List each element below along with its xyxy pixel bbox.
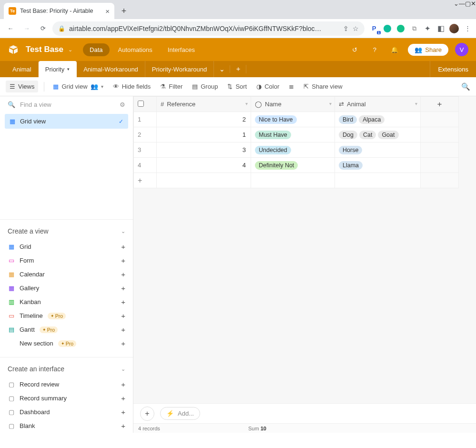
column-reference[interactable]: #Reference▾	[157, 97, 251, 112]
create-interface-record-summary[interactable]: ▢Record summary+	[0, 391, 133, 405]
row-height-button[interactable]: ≣	[286, 81, 297, 92]
cell-reference[interactable]: 2	[157, 112, 251, 127]
plus-icon[interactable]: +	[121, 408, 125, 416]
table-menu-caret-icon[interactable]: ⌄	[214, 65, 230, 73]
create-interface-blank[interactable]: ▢Blank+	[0, 419, 133, 433]
create-view-kanban[interactable]: ▥Kanban+	[0, 295, 133, 309]
add-table-button[interactable]: ＋	[230, 65, 246, 73]
create-view-gallery[interactable]: ▦Gallery+	[0, 281, 133, 295]
select-all-checkbox[interactable]	[138, 101, 144, 107]
animal-pill[interactable]: Goat	[378, 131, 398, 139]
plus-icon[interactable]: +	[121, 326, 125, 334]
address-bar[interactable]: 🔒 airtable.com/appEVlXeIFtefgni2/tblQ0Nh…	[52, 21, 365, 36]
notifications-icon[interactable]: 🔔	[388, 43, 401, 56]
plus-icon[interactable]: +	[121, 270, 125, 278]
cell-animal[interactable]: Horse	[335, 143, 421, 158]
cell-name[interactable]: Must Have	[251, 127, 335, 143]
base-menu-caret-icon[interactable]: ⌄	[68, 47, 72, 53]
chevron-down-icon[interactable]: ▾	[67, 67, 70, 71]
history-icon[interactable]: ↺	[348, 43, 361, 56]
window-close-icon[interactable]: ✕	[471, 0, 476, 7]
new-section-row[interactable]: New section Pro +	[0, 336, 133, 350]
cell-name[interactable]: Definitely Not	[251, 158, 335, 173]
create-view-section[interactable]: Create a view⌄	[0, 223, 133, 240]
extension-box-icon[interactable]: ⧉	[409, 24, 419, 33]
nav-data[interactable]: Data	[83, 43, 109, 56]
help-icon[interactable]: ?	[368, 43, 381, 56]
cell-reference[interactable]: 4	[157, 158, 251, 173]
create-interface-record-review[interactable]: ▢Record review+	[0, 377, 133, 391]
add-column-button[interactable]: +	[421, 97, 459, 112]
share-url-icon[interactable]: ⇪	[343, 25, 349, 32]
table-tab-priority-workaround[interactable]: Priority-Workaround	[145, 61, 214, 77]
add-record-button[interactable]: +	[140, 407, 154, 421]
animal-pill[interactable]: Llama	[339, 161, 363, 170]
create-view-gantt[interactable]: ▤GanttPro+	[0, 323, 133, 336]
table-tab-priority[interactable]: Priority▾	[39, 61, 77, 77]
cell-animal[interactable]: Llama	[335, 158, 421, 173]
create-view-calendar[interactable]: ▦Calendar+	[0, 267, 133, 281]
nav-reload-button[interactable]: ⟳	[36, 22, 50, 35]
hide-fields-button[interactable]: 👁Hide fields	[110, 81, 154, 92]
cell-name[interactable]: Undecided	[251, 143, 335, 158]
color-button[interactable]: ◑Color	[253, 81, 282, 92]
cell-animal[interactable]: DogCatGoat	[335, 127, 421, 143]
cell-reference[interactable]: 3	[157, 143, 251, 158]
chevron-down-icon[interactable]: ▾	[415, 101, 417, 106]
create-view-timeline[interactable]: ▭TimelinePro+	[0, 309, 133, 323]
create-interface-dashboard[interactable]: ▢Dashboard+	[0, 405, 133, 419]
create-interface-section[interactable]: Create an interface⌄	[0, 360, 133, 377]
settings-icon[interactable]: ⚙	[120, 101, 125, 108]
create-view-grid[interactable]: ▦Grid+	[0, 240, 133, 254]
row-number[interactable]: 3	[134, 143, 157, 158]
app-logo-icon[interactable]	[8, 44, 19, 55]
extension-green1-icon[interactable]	[383, 24, 392, 33]
plus-icon[interactable]: +	[121, 394, 125, 402]
select-all-header[interactable]	[134, 97, 157, 112]
search-icon[interactable]: 🔍	[461, 82, 470, 91]
window-maximize-icon[interactable]: ▢	[465, 0, 471, 7]
table-tab-animal[interactable]: Animal	[6, 61, 39, 77]
extensions-icon[interactable]: ✦	[423, 24, 432, 33]
find-view-input[interactable]: 🔍 Find a view ⚙	[0, 96, 133, 113]
table-row[interactable]: 3 3 Undecided Horse	[134, 143, 459, 158]
row-number[interactable]: 1	[134, 112, 157, 127]
add-menu-button[interactable]: ⚡Add...	[160, 407, 200, 420]
plus-icon[interactable]: +	[121, 312, 125, 320]
profile-avatar[interactable]	[449, 24, 459, 33]
plus-icon[interactable]: +	[121, 380, 125, 388]
table-row[interactable]: 2 1 Must Have DogCatGoat	[134, 127, 459, 143]
plus-icon[interactable]: +	[121, 256, 125, 265]
animal-pill[interactable]: Cat	[359, 131, 376, 139]
browser-tab[interactable]: Te Test Base: Priority - Airtable ×	[4, 3, 114, 19]
plus-icon[interactable]: +	[121, 298, 125, 306]
column-name[interactable]: ◯Name▾	[251, 97, 335, 112]
cell-name[interactable]: Nice to Have	[251, 112, 335, 127]
column-animal[interactable]: ⇄Animal▾	[335, 97, 421, 112]
filter-button[interactable]: ⚗Filter	[157, 81, 185, 92]
plus-icon[interactable]: +	[121, 284, 125, 292]
add-row-plus[interactable]: +	[134, 173, 157, 188]
row-number[interactable]: 2	[134, 127, 157, 143]
cell-reference[interactable]: 1	[157, 127, 251, 143]
cell-empty[interactable]	[421, 112, 459, 127]
views-toggle-button[interactable]: ☰Views	[6, 81, 38, 92]
base-name[interactable]: Test Base	[26, 45, 63, 54]
share-view-button[interactable]: ⇱Share view	[301, 81, 345, 92]
chevron-down-icon[interactable]: ▾	[245, 101, 248, 106]
group-button[interactable]: ▤Group	[189, 81, 221, 92]
extension-green2-icon[interactable]	[396, 24, 405, 33]
sort-button[interactable]: ⇅Sort	[224, 81, 250, 92]
animal-pill[interactable]: Alpaca	[359, 115, 385, 124]
nav-automations[interactable]: Automations	[111, 43, 159, 56]
table-row[interactable]: 1 2 Nice to Have BirdAlpaca	[134, 112, 459, 127]
tab-close-icon[interactable]: ×	[105, 7, 110, 15]
animal-pill[interactable]: Horse	[339, 146, 362, 154]
plus-icon[interactable]: +	[121, 243, 125, 251]
plus-icon[interactable]: +	[121, 422, 125, 430]
nav-forward-button[interactable]: →	[20, 22, 33, 35]
new-tab-button[interactable]: +	[117, 4, 131, 18]
current-view-button[interactable]: ▦Grid view👥▾	[50, 81, 106, 92]
nav-back-button[interactable]: ←	[4, 22, 17, 35]
sidebar-view-grid[interactable]: ▦ Grid view ✓	[5, 114, 128, 129]
